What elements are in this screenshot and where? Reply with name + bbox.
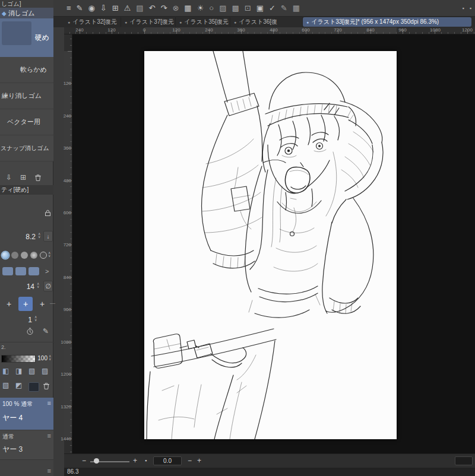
hardness-option-2[interactable]	[11, 252, 18, 259]
density-stepper[interactable]: ∧ ∨	[37, 283, 39, 288]
layer-row-partial[interactable]: ≡	[0, 459, 53, 476]
no-effect-button[interactable]: ∅	[43, 281, 53, 291]
palette-icon[interactable]: ▤	[136, 4, 143, 12]
layer-drag-handle[interactable]: ≡	[48, 432, 51, 439]
subtool-item-label: 軟らかめ	[20, 65, 47, 74]
import-subtool-icon[interactable]: ⇩	[6, 173, 12, 182]
snap-ruler-icon[interactable]: ▨	[219, 4, 226, 12]
lock-icon[interactable]	[44, 209, 52, 217]
blend-effect-icon[interactable]: ◧	[2, 367, 9, 375]
hardness-option-4[interactable]	[30, 252, 37, 259]
transform-icon[interactable]: ▣	[256, 4, 264, 12]
stepper-down-icon[interactable]: ∨	[34, 319, 37, 322]
layer-color-swatch[interactable]	[28, 382, 39, 392]
rotation-value-box[interactable]: 0.0	[153, 456, 182, 465]
zoom-percent-value[interactable]: 86.3	[67, 468, 78, 475]
stepper-down-icon[interactable]: ∨	[48, 255, 50, 258]
tab-illust37[interactable]: ● イラスト37[復元	[121, 17, 176, 27]
tab-illust36[interactable]: ● イラスト36[復	[230, 17, 303, 27]
export-icon[interactable]: ⇩	[100, 4, 107, 12]
density-preset-2[interactable]	[15, 267, 26, 275]
layer-name[interactable]: ヤー 4	[2, 413, 23, 423]
ruler-layer-icon[interactable]: ◩	[15, 381, 22, 389]
stepper-down-icon[interactable]: ∨	[38, 236, 40, 239]
subtool-item-vector[interactable]: ベクター用	[0, 109, 53, 135]
layer-opacity-slider[interactable]	[1, 355, 36, 363]
hardness-option-3[interactable]	[21, 252, 28, 259]
hardness-option-5[interactable]	[40, 252, 47, 259]
subtool-item-hard[interactable]: 硬め	[0, 18, 53, 57]
duplicate-subtool-icon[interactable]: ⊞	[20, 173, 26, 182]
new-canvas-icon[interactable]: ⊞	[112, 4, 119, 12]
stabilize-value[interactable]: 1	[8, 316, 32, 324]
edit-settings-icon[interactable]: ✎	[43, 327, 49, 335]
hardness-option-1[interactable]	[2, 252, 9, 259]
menu-icon[interactable]: ≡	[66, 4, 71, 12]
pen-tool-icon[interactable]: ✎	[77, 4, 83, 12]
v-ruler-label: 1200	[53, 372, 71, 377]
layer-name[interactable]: ヤー 3	[2, 445, 23, 455]
aa-option-2-selected[interactable]: +	[18, 297, 33, 311]
circle-tool-icon[interactable]: ○	[209, 4, 214, 12]
texture-effect-icon[interactable]: ▧	[28, 367, 35, 375]
screen-effect-icon[interactable]: ▨	[42, 367, 48, 375]
zoom-slider-handle[interactable]	[94, 458, 99, 464]
snap-special-icon[interactable]: ⊡	[245, 4, 251, 12]
stepper-down-icon[interactable]: ∨	[37, 285, 39, 288]
aa-option-1[interactable]: +	[2, 297, 16, 311]
subtool-group-header[interactable]: ◆消しゴム	[0, 8, 53, 18]
grid-settings-icon[interactable]: ▦	[293, 4, 300, 12]
layer-row-layer3[interactable]: 通常 ≡ ヤー 3	[0, 430, 53, 459]
density-preset-1[interactable]	[2, 267, 13, 275]
snap-grid-icon[interactable]: ▩	[232, 4, 239, 12]
canvas-page[interactable]	[144, 51, 397, 439]
density-preset-3[interactable]	[28, 267, 39, 275]
layer-opacity-value[interactable]: 100	[34, 355, 48, 361]
expand-arrow-icon[interactable]: >	[45, 268, 49, 275]
brush-size-unit-button[interactable]: ↓	[43, 231, 53, 242]
layer-opacity-stepper[interactable]: ∧ ∨	[49, 355, 51, 361]
aa-option-3[interactable]: +	[35, 297, 49, 311]
density-value[interactable]: 14	[11, 283, 34, 291]
tab-illust35[interactable]: ● イラスト35[復元	[176, 17, 230, 27]
warning-icon[interactable]: ⚠	[124, 4, 131, 12]
swirl-tool-icon[interactable]: ◉	[88, 4, 95, 12]
zoom-out-button[interactable]: −	[82, 454, 86, 467]
undo-icon[interactable]: ↶	[149, 4, 156, 12]
redo-icon[interactable]: ↷	[161, 4, 167, 12]
layer-drag-handle[interactable]: ≡	[48, 399, 51, 407]
mini-icon-2[interactable]: ▪	[470, 5, 471, 11]
hardness-stepper[interactable]: ∧ ∨	[48, 252, 50, 258]
grid-icon[interactable]: ▦	[184, 4, 191, 12]
v-ruler-label: 480	[53, 178, 71, 183]
brightness-icon[interactable]: ☀	[197, 4, 204, 12]
layer-row-layer4-selected[interactable]: 100 % 通常 ≡ ヤー 4	[0, 398, 53, 430]
trash-icon[interactable]	[34, 174, 42, 182]
tab-illust32[interactable]: ● イラスト32[復元	[64, 17, 121, 27]
tab-illust33-active[interactable]: ● イラスト33[復元]* (956 x 1474px 350dpi 86.3%…	[303, 17, 471, 27]
stabilize-stepper[interactable]: ∧ ∨	[34, 316, 37, 322]
mask-icon[interactable]: ▧	[2, 381, 9, 389]
brush-size-value[interactable]: 8.2	[12, 233, 36, 241]
delete-layer-trash-icon[interactable]	[43, 382, 50, 390]
confirm-icon[interactable]: ✓	[269, 4, 276, 12]
subtool-item-kneaded[interactable]: 練り消しゴム	[0, 83, 53, 109]
fit-screen-button[interactable]: ▪	[145, 454, 147, 467]
dash-mark: —	[50, 300, 55, 306]
stepper-down-icon[interactable]: ∨	[49, 358, 51, 361]
subtool-item-soft[interactable]: 軟らかめ	[0, 57, 53, 83]
rotate-right-button[interactable]: +	[197, 454, 201, 467]
clear-icon[interactable]: ⊗	[172, 4, 179, 12]
aux-value-box[interactable]	[455, 456, 473, 465]
rotate-left-button[interactable]: −	[188, 454, 192, 467]
brush-size-stepper[interactable]: ∧ ∨	[38, 233, 40, 239]
tool-property-title: ティ[硬め]	[0, 185, 53, 195]
zoom-in-button[interactable]: +	[133, 454, 137, 467]
mini-icon-1[interactable]: ▪	[463, 5, 464, 11]
tab-status-dot: ●	[179, 20, 182, 24]
layer-drag-handle[interactable]: ≡	[48, 467, 51, 474]
clip-effect-icon[interactable]: ◨	[15, 367, 22, 375]
pen-settings-icon[interactable]: ✎	[281, 4, 287, 12]
subtool-item-snap[interactable]: スナップ消しゴム	[0, 135, 53, 161]
timer-icon[interactable]	[26, 328, 34, 335]
